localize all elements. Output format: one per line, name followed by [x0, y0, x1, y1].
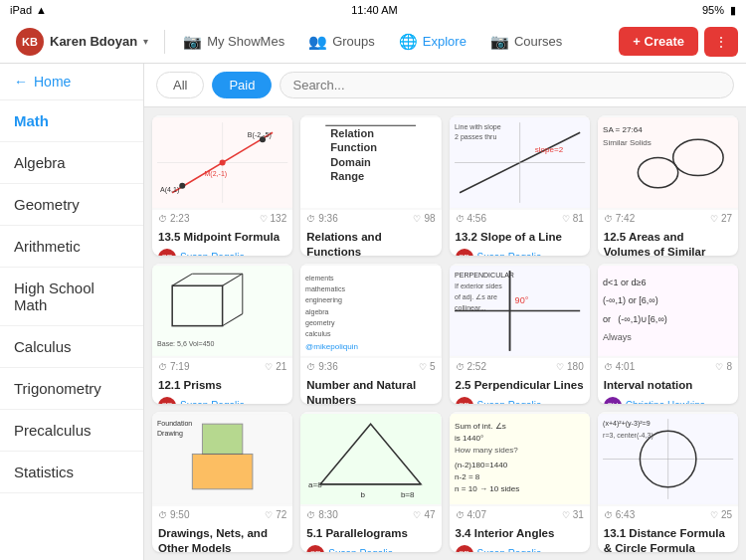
card-author[interactable]: SR Susan Regalia [456, 545, 584, 552]
sidebar-item-high-school-math[interactable]: High School Math [0, 268, 143, 326]
groups-label: Groups [332, 34, 375, 49]
card-title: 3.4 Interior Angles [456, 526, 584, 541]
sidebar-item-math[interactable]: Math [0, 100, 143, 142]
card-author[interactable]: SR Susan Regalia [306, 545, 435, 552]
nav-groups[interactable]: 👥 Groups [298, 27, 385, 57]
status-bar: iPad ▲ 11:40 AM 95% ▮ [0, 0, 746, 20]
card-body: Relations and Functions MP Mike Poliquin [300, 227, 441, 256]
card-body: 13.5 Midpoint Formula SR Susan Regalia [152, 227, 292, 256]
card-title: Number and Natural Numbers [306, 378, 435, 404]
sidebar-item-arithmetic[interactable]: Arithmetic [0, 226, 143, 268]
card-thumbnail: RelationFunctionDomainRange [300, 115, 441, 210]
sidebar-item-geometry[interactable]: Geometry [0, 184, 143, 226]
avatar: KB [16, 28, 44, 56]
sidebar-home[interactable]: ← Home [0, 64, 143, 100]
sidebar-item-calculus[interactable]: Calculus [0, 326, 143, 368]
courses-icon: 📷 [490, 33, 509, 51]
card-body: 2.5 Perpendicular Lines SR Susan Regalia [450, 375, 590, 404]
svg-text:Domain: Domain [331, 156, 372, 168]
nav-explore[interactable]: 🌐 Explore [389, 27, 476, 57]
card-thumbnail: d<1 or d≥6(-∞,1) or [6,∞)or(-∞,1)∪[6,∞)A… [598, 264, 738, 358]
author-avatar: SR [456, 249, 473, 256]
card-author[interactable]: SR Susan Regalia [456, 397, 584, 404]
filter-all[interactable]: All [156, 72, 204, 98]
nav-courses[interactable]: 📷 Courses [480, 27, 572, 57]
author-name: Susan Regalia [477, 252, 542, 256]
card-6[interactable]: PERPENDICULARIf exterior sidesof adj. ∠s… [450, 264, 590, 404]
card-1[interactable]: RelationFunctionDomainRange ⏱ 9:36 ♡ 98 … [300, 115, 441, 256]
card-0[interactable]: A(4,1)B(-2,-5)M(2,-1) ⏱ 2:23 ♡ 132 13.5 … [152, 115, 292, 256]
main-content: All Paid A(4,1)B(-2,-5)M(2,-1) ⏱ 2:23 ♡ … [144, 64, 746, 560]
card-author[interactable]: CH Christina Hawkins [604, 397, 732, 404]
card-10[interactable]: Sum of int. ∠sis 1440°How many sides?(n-… [450, 412, 590, 552]
card-thumbnail: Sum of int. ∠sis 1440°How many sides?(n-… [450, 412, 590, 506]
card-author[interactable]: SR Susan Regalia [456, 249, 584, 256]
svg-text:(-∞,1) or [6,∞): (-∞,1) or [6,∞) [603, 295, 658, 305]
card-likes: ♡ 8 [715, 361, 732, 372]
author-name: Christina Hawkins [626, 400, 705, 404]
svg-rect-64 [300, 414, 441, 504]
battery-icon: ▮ [730, 4, 736, 17]
create-button[interactable]: + Create [619, 27, 698, 56]
card-author[interactable]: SR Susan Regalia [158, 249, 286, 256]
author-name: Susan Regalia [477, 548, 542, 552]
svg-text:B(-2,-5): B(-2,-5) [248, 131, 272, 139]
svg-text:mathematics: mathematics [305, 285, 345, 292]
card-5[interactable]: elementsmathematicsengineeringalgebrageo… [300, 264, 441, 404]
myshowmes-label: My ShowMes [207, 34, 284, 49]
svg-text:calculus: calculus [305, 330, 331, 337]
card-7[interactable]: d<1 or d≥6(-∞,1) or [6,∞)or(-∞,1)∪[6,∞)A… [598, 264, 738, 404]
card-likes: ♡ 5 [419, 361, 436, 372]
svg-text:(n-2)180=1440: (n-2)180=1440 [455, 461, 508, 469]
author-avatar: SR [456, 397, 473, 404]
card-thumbnail: A(4,1)B(-2,-5)M(2,-1) [152, 115, 292, 210]
card-title: 13.2 Slope of a Line [456, 230, 584, 245]
card-duration: ⏱ 9:50 [158, 509, 189, 520]
author-avatar: SR [456, 545, 473, 552]
card-title: Drawings, Nets, and Other Models [158, 526, 286, 552]
sidebar-item-algebra[interactable]: Algebra [0, 142, 143, 184]
card-duration: ⏱ 8:30 [306, 509, 337, 520]
card-likes: ♡ 25 [710, 509, 732, 520]
heart-icon: ♡ [556, 362, 564, 372]
card-author[interactable]: SR Susan Regalia [158, 397, 286, 404]
card-duration: ⏱ 7:42 [604, 213, 635, 224]
card-title: 5.1 Parallelograms [306, 526, 435, 541]
svg-text:Foundation: Foundation [157, 420, 192, 427]
filter-paid[interactable]: Paid [212, 72, 272, 98]
explore-label: Explore [423, 34, 466, 49]
card-duration: ⏱ 9:36 [306, 361, 337, 372]
card-8[interactable]: FoundationDrawing ⏱ 9:50 ♡ 72 Drawings, … [152, 412, 292, 552]
sidebar-item-trigonometry[interactable]: Trigonometry [0, 368, 143, 410]
author-avatar: CH [604, 397, 622, 404]
card-3[interactable]: SA = 27:64Similar Solids ⏱ 7:42 ♡ 27 12.… [598, 115, 738, 256]
sidebar-item-statistics[interactable]: Statistics [0, 452, 143, 493]
profile-name: Karen Bdoyan [50, 34, 137, 49]
groups-icon: 👥 [308, 33, 327, 51]
svg-text:(x+4)²+(y-3)²=9: (x+4)²+(y-3)²=9 [603, 420, 651, 428]
svg-text:slope=2: slope=2 [534, 145, 563, 154]
card-thumbnail: (x+4)²+(y-3)²=9r=3, center(-4,3) [598, 412, 738, 506]
heart-icon: ♡ [413, 214, 421, 224]
search-input[interactable] [280, 72, 734, 98]
card-11[interactable]: (x+4)²+(y-3)²=9r=3, center(-4,3) ⏱ 6:43 … [598, 412, 738, 552]
svg-text:Sum of int. ∠s: Sum of int. ∠s [455, 422, 506, 431]
svg-text:elements: elements [305, 275, 334, 281]
sidebar-item-precalculus[interactable]: Precalculus [0, 410, 143, 452]
card-likes: ♡ 27 [710, 213, 732, 224]
battery-label: 95% [702, 4, 724, 16]
more-button[interactable]: ⋮ [704, 27, 738, 57]
nav-myshowmes[interactable]: 📷 My ShowMes [173, 27, 294, 57]
svg-point-6 [220, 159, 226, 165]
card-4[interactable]: Base: 5,6 Vol=450 ⏱ 7:19 ♡ 21 12.1 Prism… [152, 264, 292, 404]
svg-text:SA = 27:64: SA = 27:64 [603, 125, 643, 134]
svg-rect-60 [202, 424, 242, 454]
svg-text:d<1 or d≥6: d<1 or d≥6 [603, 278, 647, 287]
profile-button[interactable]: KB Karen Bdoyan ▾ [8, 24, 156, 60]
card-9[interactable]: ba=8b=8 ⏱ 8:30 ♡ 47 5.1 Parallelograms S… [300, 412, 441, 552]
card-body: Number and Natural Numbers MP Mike Poliq… [300, 375, 441, 404]
svg-text:n = 10 → 10 sides: n = 10 → 10 sides [455, 484, 519, 493]
svg-text:of adj. ∠s are: of adj. ∠s are [455, 293, 497, 301]
clock-icon: ⏱ [158, 510, 167, 520]
card-2[interactable]: Line with slope2 passes thruslope=2 ⏱ 4:… [450, 115, 590, 256]
